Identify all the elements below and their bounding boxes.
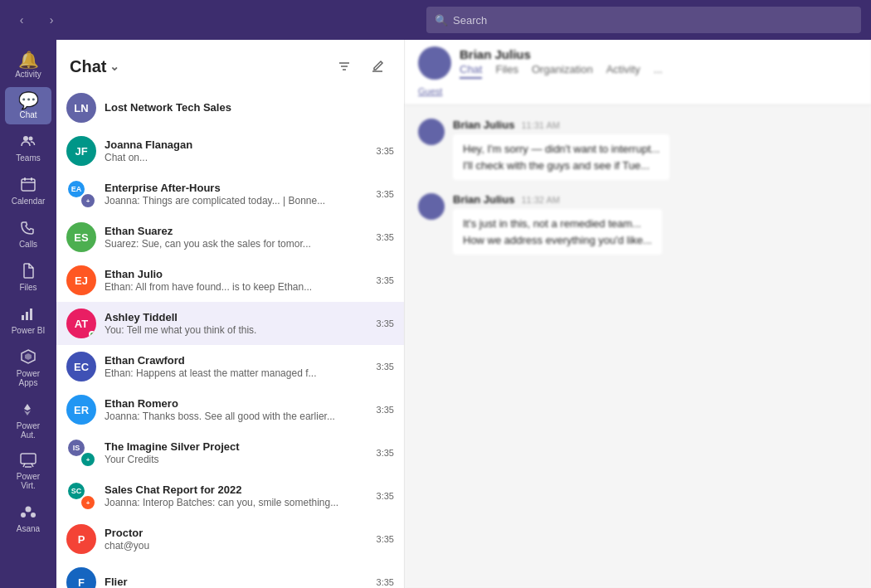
svg-point-12 [26, 507, 32, 513]
chat-meta: 3:35 [377, 362, 394, 372]
chat-meta: 3:35 [377, 318, 394, 328]
chat-preview: Joanna: Thanks boss. See all good with t… [105, 411, 368, 422]
powerautomate-icon [20, 401, 36, 420]
list-item[interactable]: ER Ethan Romero Joanna: Thanks boss. See… [56, 388, 404, 431]
chat-meta: 3:35 [377, 577, 394, 587]
svg-point-14 [31, 513, 36, 518]
list-item[interactable]: F Flier 3:35 [56, 561, 404, 588]
header-info: Brian Julius Chat Files Organization Act… [460, 47, 858, 79]
svg-rect-7 [26, 312, 28, 320]
chat-icon: 💬 [18, 92, 39, 109]
message-avatar [418, 193, 445, 220]
chat-content: Ethan Romero Joanna: Thanks boss. See al… [105, 397, 368, 422]
sidebar-label-teams: Teams [16, 153, 40, 163]
chat-items: LN Lost Network Tech Sales JF Joanna Fla… [56, 86, 404, 588]
message-time: 11:32 AM [521, 195, 559, 205]
chat-content: Flier [105, 576, 368, 588]
sidebar-label-powerapps: Power Apps [8, 369, 48, 387]
sidebar-label-powerautomate: Power Aut. [8, 421, 48, 440]
chat-name: Sales Chat Report for 2022 [105, 484, 368, 496]
avatar: P [66, 524, 96, 554]
search-input[interactable] [453, 14, 853, 27]
chat-name: Ethan Romero [105, 397, 368, 410]
tab-more[interactable]: ... [654, 63, 663, 79]
chat-name: Ethan Suarez [105, 225, 368, 237]
avatar: LN [66, 93, 96, 123]
powerbi-icon [20, 305, 36, 324]
activity-icon: 🔔 [18, 51, 39, 68]
chat-meta: 3:35 [377, 189, 394, 199]
list-item[interactable]: ES Ethan Suarez Suarez: Sue, can you ask… [56, 216, 404, 259]
sidebar-item-powerautomate[interactable]: Power Aut. [5, 396, 51, 445]
avatar-group: EA + [66, 179, 96, 209]
list-item[interactable]: P Proctor chat@you 3:35 [56, 518, 404, 561]
chat-content: Ethan Crawford Ethan: Happens at least t… [105, 354, 368, 379]
avatar: EC [66, 352, 96, 381]
contact-status[interactable]: Guest [418, 86, 442, 96]
sidebar-label-powerbi: Power BI [12, 326, 46, 335]
list-item[interactable]: SC + Sales Chat Report for 2022 Joanna: … [56, 474, 404, 518]
chat-time: 3:35 [377, 189, 394, 199]
sidebar-item-files[interactable]: Files [5, 257, 51, 297]
list-item[interactable]: EJ Ethan Julio Ethan: All from have foun… [56, 259, 404, 302]
chat-meta: 3:35 [377, 232, 394, 242]
sidebar: 🔔 Activity 💬 Chat Teams Calendar [0, 40, 56, 588]
sidebar-label-calls: Calls [19, 240, 37, 249]
svg-rect-2 [22, 179, 35, 191]
message-block: Brian Julius 11:31 AM Hey, I'm sorry — d… [418, 119, 858, 180]
chat-name: The Imagine Silver Project [105, 440, 368, 453]
chat-preview: Ethan: Happens at least the matter manag… [105, 367, 368, 379]
list-item[interactable]: JF Joanna Flanagan Chat on... 3:35 [56, 129, 404, 173]
chat-meta: 3:35 [377, 405, 394, 415]
tab-files[interactable]: Files [495, 63, 518, 79]
chat-preview: Suarez: Sue, can you ask the sales for t… [105, 238, 368, 250]
sidebar-item-activity[interactable]: 🔔 Activity [5, 46, 51, 84]
back-button[interactable]: ‹ [10, 8, 33, 32]
message-block: Brian Julius 11:32 AM It's just in this,… [418, 193, 858, 255]
avatar: ER [66, 395, 96, 425]
forward-button[interactable]: › [40, 8, 63, 32]
sidebar-item-powerbi[interactable]: Power BI [5, 300, 51, 340]
powervirtual-icon [20, 453, 36, 470]
message-content: Brian Julius 11:31 AM Hey, I'm sorry — d… [453, 119, 858, 180]
chat-preview: chat@you [105, 540, 368, 552]
sidebar-label-powervirtual: Power Virt. [8, 472, 48, 490]
chat-title-chevron[interactable]: ⌄ [109, 60, 119, 73]
chat-preview: Ethan: All from have found... is to keep… [105, 281, 368, 293]
list-item[interactable]: LN Lost Network Tech Sales [56, 86, 404, 129]
chat-list-panel: Chat ⌄ LN Lost Network [56, 40, 405, 588]
list-item[interactable]: EC Ethan Crawford Ethan: Happens at leas… [56, 345, 404, 388]
filter-button[interactable] [331, 53, 358, 80]
chat-preview: Your Credits [105, 454, 368, 465]
list-item[interactable]: EA + Enterprise After-Hours Joanna: Thin… [56, 173, 404, 216]
sidebar-item-powerapps[interactable]: Power Apps [5, 343, 51, 392]
chat-name: Lost Network Tech Sales [105, 101, 386, 114]
sidebar-label-asana: Asana [17, 524, 40, 533]
calls-icon [20, 219, 36, 238]
sidebar-item-asana[interactable]: Asana [5, 498, 51, 538]
sidebar-item-calls[interactable]: Calls [5, 214, 51, 254]
chat-list-header: Chat ⌄ [56, 40, 404, 86]
tab-activity[interactable]: Activity [606, 63, 640, 79]
message-text: It's just in this, not a remedied team..… [453, 209, 662, 255]
sidebar-item-powervirtual[interactable]: Power Virt. [5, 448, 51, 495]
svg-point-0 [23, 136, 28, 141]
asana-icon [20, 503, 36, 522]
tab-organization[interactable]: Organization [532, 63, 593, 79]
list-item[interactable]: IS + The Imagine Silver Project Your Cre… [56, 431, 404, 474]
list-item[interactable]: AT Ashley Tiddell You: Tell me what you … [56, 302, 404, 345]
sidebar-item-calendar[interactable]: Calendar [5, 171, 51, 211]
avatar: F [66, 567, 96, 588]
new-chat-button[interactable] [364, 53, 391, 80]
sidebar-item-chat[interactable]: 💬 Chat [5, 87, 51, 124]
chat-time: 3:35 [377, 146, 394, 156]
sidebar-item-teams[interactable]: Teams [5, 128, 51, 168]
top-bar: ‹ › 🔍 [0, 0, 871, 40]
chat-preview: Joanna: Things are complicated today... … [105, 195, 368, 207]
tab-chat[interactable]: Chat [460, 63, 482, 79]
chat-time: 3:35 [377, 275, 394, 285]
chat-time: 3:35 [377, 318, 394, 328]
chat-content: Ethan Suarez Suarez: Sue, can you ask th… [105, 225, 368, 250]
svg-rect-11 [21, 454, 36, 464]
chat-preview: Joanna: Interop Batches: can you, smile … [105, 497, 368, 508]
